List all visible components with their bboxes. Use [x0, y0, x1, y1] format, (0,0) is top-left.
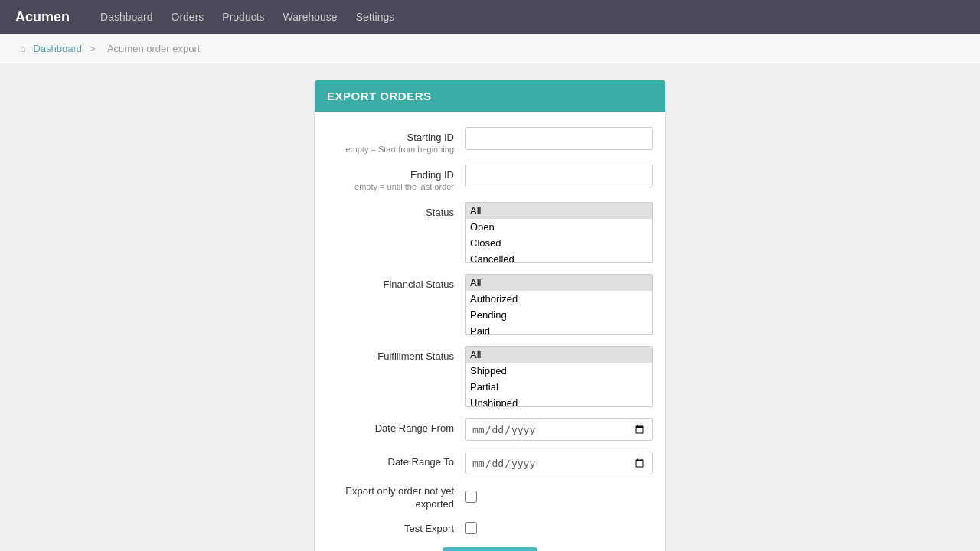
nav-link-orders[interactable]: Orders: [172, 11, 204, 23]
export-only-checkbox[interactable]: [465, 491, 477, 503]
status-option-cancelled: Cancelled: [466, 251, 652, 263]
financial-option-paid: Paid: [466, 323, 652, 335]
date-range-from-label: Date Range From: [327, 422, 454, 434]
status-option-open: Open: [466, 219, 652, 235]
export-only-label: Export only order not yet exported: [327, 485, 465, 511]
test-export-row: Test Export: [327, 522, 653, 536]
export-orders-card: EXPORT ORDERS Starting ID empty = Start …: [314, 80, 666, 551]
breadcrumb-separator: >: [90, 43, 96, 54]
breadcrumb: ⌂ Dashboard > Acumen order export: [0, 34, 980, 64]
starting-id-row: Starting ID empty = Start from beginning: [327, 127, 653, 154]
financial-status-row: Financial Status All Authorized Pending …: [327, 274, 653, 335]
starting-id-sublabel: empty = Start from beginning: [327, 145, 454, 154]
nav-link-warehouse[interactable]: Warehouse: [283, 11, 338, 23]
status-option-all: All: [466, 203, 652, 219]
status-label: Status: [327, 207, 454, 218]
date-range-to-row: Date Range To: [327, 452, 653, 474]
starting-id-input[interactable]: [465, 127, 653, 150]
status-row: Status All Open Closed Cancelled: [327, 202, 653, 263]
status-listbox[interactable]: All Open Closed Cancelled: [465, 202, 653, 263]
fulfillment-option-all: All: [466, 347, 652, 363]
breadcrumb-home[interactable]: Dashboard: [33, 43, 82, 54]
page-container: EXPORT ORDERS Starting ID empty = Start …: [0, 64, 980, 551]
financial-option-pending: Pending: [466, 307, 652, 323]
card-body: Starting ID empty = Start from beginning…: [315, 112, 665, 551]
nav-link-dashboard[interactable]: Dashboard: [100, 11, 153, 23]
date-range-from-row: Date Range From: [327, 418, 653, 441]
date-range-to-input[interactable]: [465, 452, 653, 474]
home-icon: ⌂: [20, 43, 26, 54]
financial-option-all: All: [466, 275, 652, 291]
fulfillment-option-shipped: Shipped: [466, 363, 652, 379]
nav-link-settings[interactable]: Settings: [356, 11, 395, 23]
fulfillment-status-row: Fulfillment Status All Shipped Partial U…: [327, 346, 653, 407]
ending-id-input[interactable]: [465, 165, 653, 187]
fulfillment-option-partial: Partial: [466, 379, 652, 395]
starting-id-label: Starting ID: [327, 132, 454, 143]
financial-status-label: Financial Status: [327, 279, 454, 290]
test-export-label: Test Export: [327, 523, 465, 536]
brand-logo: Acumen: [15, 9, 70, 25]
status-option-closed: Closed: [466, 235, 652, 251]
ending-id-label: Ending ID: [327, 169, 454, 181]
breadcrumb-current: Acumen order export: [107, 43, 200, 54]
test-export-checkbox[interactable]: [465, 522, 477, 534]
financial-status-listbox[interactable]: All Authorized Pending Paid Partially pa…: [465, 274, 653, 335]
date-range-to-label: Date Range To: [327, 456, 454, 468]
fulfillment-status-label: Fulfillment Status: [327, 350, 454, 362]
ending-id-row: Ending ID empty = until the last order: [327, 165, 653, 191]
ending-id-sublabel: empty = until the last order: [327, 182, 454, 191]
card-header: EXPORT ORDERS: [315, 80, 665, 112]
fulfillment-option-unshipped: Unshipped: [466, 395, 652, 407]
nav-link-products[interactable]: Products: [222, 11, 264, 23]
financial-option-authorized: Authorized: [466, 291, 652, 307]
button-row: Export orders: [327, 547, 653, 551]
navbar: Acumen Dashboard Orders Products Warehou…: [0, 0, 980, 34]
fulfillment-status-listbox[interactable]: All Shipped Partial Unshipped Unfulfille…: [465, 346, 653, 407]
date-range-from-input[interactable]: [465, 418, 653, 441]
export-orders-button[interactable]: Export orders: [443, 547, 537, 551]
export-only-row: Export only order not yet exported: [327, 485, 653, 511]
